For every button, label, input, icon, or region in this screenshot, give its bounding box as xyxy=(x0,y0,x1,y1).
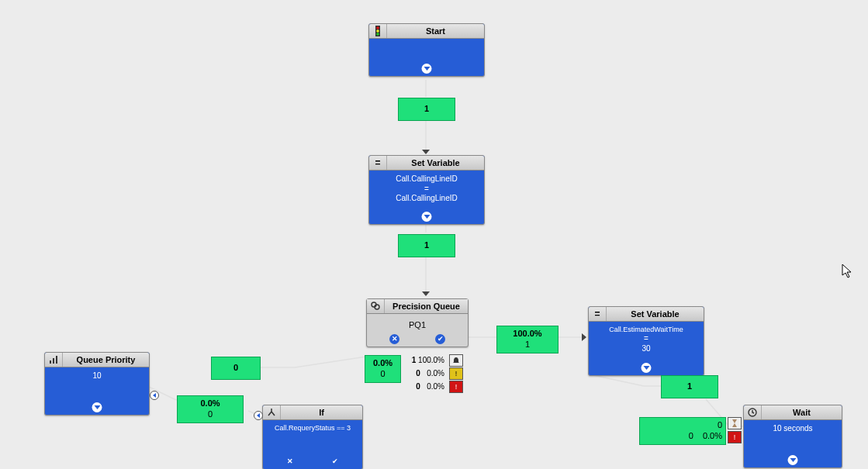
svg-point-3 xyxy=(376,33,379,36)
arrow-right-icon xyxy=(582,333,586,341)
node-set-variable-1-title: Set Variable xyxy=(387,158,484,167)
setvar2-line1: Call.EstimatedWaitTime xyxy=(590,326,702,334)
node-set-variable-2[interactable]: = Set Variable Call.EstimatedWaitTime = … xyxy=(588,306,704,376)
equals-icon: = xyxy=(589,307,607,321)
bell-icon xyxy=(449,354,463,367)
node-set-variable-1[interactable]: = Set Variable Call.CallingLineID = Call… xyxy=(368,155,485,225)
stat-cnt: 0 xyxy=(380,369,385,380)
error-icon: ! xyxy=(449,381,463,393)
dropdown-icon[interactable] xyxy=(92,402,102,412)
node-wait-title: Wait xyxy=(762,408,842,417)
node-start-title: Start xyxy=(387,26,484,36)
node-wait[interactable]: Wait 10 seconds xyxy=(743,405,842,468)
stat-pct: 0.0% xyxy=(373,358,393,369)
svg-rect-9 xyxy=(56,356,57,364)
input-port-icon xyxy=(254,411,263,420)
qprio-body: 10 xyxy=(47,371,147,380)
stat-cnt: 0 xyxy=(208,409,213,420)
svg-rect-7 xyxy=(50,360,51,364)
wait-body: 10 seconds xyxy=(745,424,840,433)
svg-point-1 xyxy=(376,26,379,29)
false-port-icon[interactable]: ✕ xyxy=(285,457,296,467)
stat-wait-left: 0 00.0% xyxy=(639,417,726,445)
traffic-light-icon xyxy=(369,24,387,38)
node-set-variable-2-title: Set Variable xyxy=(607,309,704,319)
mouse-cursor-icon xyxy=(842,264,854,282)
arrow-down-icon xyxy=(422,291,430,296)
stat-setvar1-out: 1 xyxy=(398,234,455,257)
node-precision-queue-title: Precision Queue xyxy=(385,302,468,311)
fail-port-icon[interactable]: ✕ xyxy=(389,334,399,344)
hourglass-icon xyxy=(728,417,742,429)
arrow-down-icon xyxy=(422,150,430,154)
svg-rect-8 xyxy=(53,358,54,364)
stat-pct: 0.0% xyxy=(200,398,220,409)
node-queue-priority[interactable]: Queue Priority 10 xyxy=(44,352,150,416)
stat-cnt: 1 xyxy=(525,340,530,350)
node-start[interactable]: Start xyxy=(368,23,485,77)
dropdown-icon[interactable] xyxy=(422,212,432,222)
stat-pct: 100.0% xyxy=(513,329,541,340)
svg-point-2 xyxy=(376,29,379,33)
stat-start-out: 1 xyxy=(398,98,455,121)
warning-icon: ! xyxy=(449,367,463,380)
dropdown-icon[interactable] xyxy=(641,363,652,373)
branch-icon xyxy=(263,405,281,419)
input-port-icon xyxy=(150,391,159,400)
pq-body: PQ1 xyxy=(368,320,466,329)
pq-port-stack: 1 100.0% 0 0.0% ! 0 0.0% ! xyxy=(402,353,463,393)
stat-pq-fail: 0 xyxy=(211,357,261,380)
setvar1-line1: Call.CallingLineID xyxy=(371,174,482,184)
stat-value: 1 xyxy=(687,381,692,392)
node-precision-queue[interactable]: Precision Queue PQ1 ✕ ✔ xyxy=(366,298,469,347)
stat-pq-left: 0.0% 0 xyxy=(365,355,401,383)
success-port-icon[interactable]: ✔ xyxy=(435,334,445,344)
setvar2-line2: = xyxy=(590,334,702,344)
stat-setvar2-out: 1 xyxy=(661,375,718,398)
wait-icon xyxy=(744,405,762,419)
stat-qprio-out: 0.0% 0 xyxy=(177,395,244,423)
node-queue-priority-title: Queue Priority xyxy=(63,355,149,364)
node-if[interactable]: If Call.RequeryStatus == 3 ✕ ✔ xyxy=(262,405,363,469)
setvar1-line3: Call.CallingLineID xyxy=(371,194,482,204)
setvar2-line3: 30 xyxy=(590,344,702,354)
priority-icon xyxy=(45,353,63,367)
stat-value: 0 xyxy=(233,363,238,374)
if-body: Call.RequeryStatus == 3 xyxy=(265,424,361,432)
stat-value: 1 xyxy=(424,240,429,251)
stat-value: 1 xyxy=(424,104,429,115)
node-if-title: If xyxy=(281,408,362,417)
queue-icon xyxy=(367,299,385,313)
dropdown-icon[interactable] xyxy=(788,455,798,465)
setvar1-line2: = xyxy=(371,184,482,195)
error-icon: ! xyxy=(728,431,742,443)
dropdown-icon[interactable] xyxy=(422,64,432,74)
equals-icon: = xyxy=(369,156,387,170)
stat-pq-success: 100.0% 1 xyxy=(496,326,558,353)
true-port-icon[interactable]: ✔ xyxy=(330,457,341,467)
